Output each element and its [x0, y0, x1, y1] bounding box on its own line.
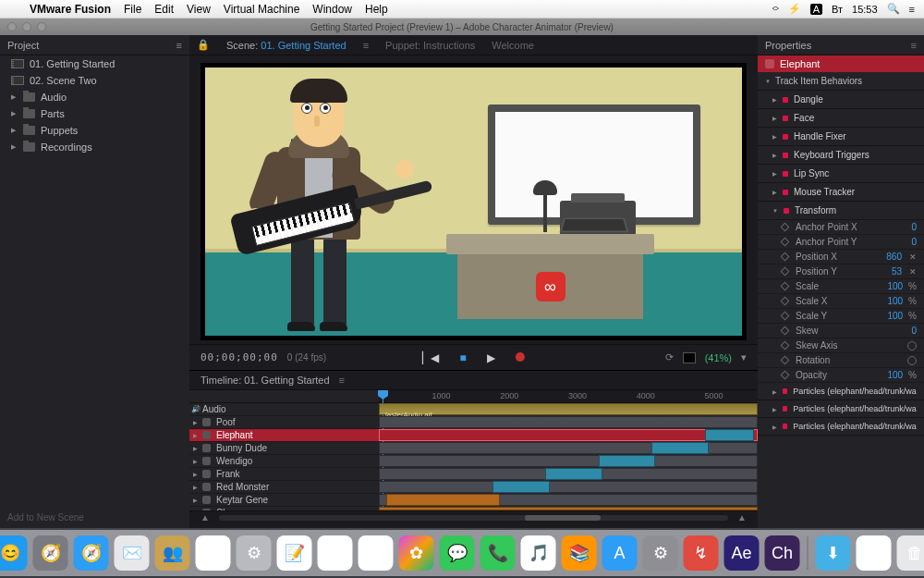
- dock-app-7[interactable]: 📝: [277, 535, 312, 571]
- zoom-out-icon[interactable]: ▲: [201, 512, 210, 523]
- clip-teal-1[interactable]: [651, 442, 709, 454]
- timeline-track-area[interactable]: 1000 2000 3000 4000 5000 lasterAudio.aif: [379, 390, 758, 510]
- behavior-enabled-icon[interactable]: [783, 116, 788, 121]
- dock-app-11[interactable]: 💬: [440, 535, 475, 571]
- behavior-enabled-icon[interactable]: [783, 153, 788, 158]
- keyframe-diamond-icon[interactable]: [781, 312, 790, 321]
- stopwatch-icon[interactable]: [907, 341, 917, 350]
- keyframe-diamond-icon[interactable]: [781, 326, 790, 336]
- scene-tab-menu-icon[interactable]: ≡: [363, 40, 369, 51]
- behavior-enabled-icon[interactable]: [783, 388, 787, 394]
- input-lang[interactable]: A: [810, 4, 822, 15]
- keyframe-diamond-icon[interactable]: [781, 282, 790, 291]
- prop-scale-y[interactable]: Scale Y100%: [758, 309, 924, 324]
- properties-panel-menu-icon[interactable]: ≡: [911, 40, 917, 51]
- lock-icon[interactable]: 🔒: [197, 39, 210, 51]
- timeline-ruler[interactable]: 1000 2000 3000 4000 5000: [379, 390, 758, 403]
- menu-help[interactable]: Help: [365, 3, 388, 16]
- keyframe-diamond-icon[interactable]: [781, 371, 790, 380]
- prop-skew[interactable]: Skew0: [758, 324, 924, 338]
- track-keytar-gene[interactable]: Keytar Gene: [189, 494, 379, 507]
- app-menu[interactable]: VMware Fusion: [30, 3, 111, 16]
- keytar-gene-puppet[interactable]: [240, 75, 402, 325]
- prop-value[interactable]: 100: [887, 281, 903, 291]
- prop-opacity[interactable]: Opacity100%: [758, 368, 924, 383]
- dock-right-0[interactable]: ⬇: [816, 535, 851, 571]
- particles-behavior[interactable]: Particles (elephant/head/trunk/water1): [758, 383, 924, 400]
- clip-poof[interactable]: [379, 416, 758, 428]
- clip-teal-5[interactable]: [705, 429, 754, 441]
- menu-edit[interactable]: Edit: [154, 3, 174, 16]
- clip-wendigo[interactable]: [379, 455, 758, 467]
- prop-position-x[interactable]: Position X860✕: [758, 250, 924, 264]
- behavior-face[interactable]: Face: [758, 109, 924, 128]
- dock-app-19[interactable]: Ch: [765, 535, 800, 571]
- audio-clip[interactable]: lasterAudio.aif: [379, 403, 758, 415]
- prop-value[interactable]: 100: [887, 311, 903, 321]
- clock-time[interactable]: 15:53: [852, 4, 878, 15]
- selected-object-row[interactable]: Elephant: [758, 55, 924, 72]
- zoom-dropdown-icon[interactable]: ▾: [741, 351, 747, 363]
- clip-teal-3[interactable]: [545, 468, 602, 480]
- dock-right-1[interactable]: ▭: [857, 535, 892, 571]
- behavior-enabled-icon[interactable]: [783, 97, 788, 103]
- timeline-scrollbar[interactable]: ▲ ▲: [189, 510, 758, 523]
- behavior-enabled-icon[interactable]: [783, 134, 788, 140]
- keyframe-diamond-icon[interactable]: [781, 297, 790, 306]
- dock-app-18[interactable]: Ae: [724, 535, 760, 571]
- clip-red-monster[interactable]: [379, 481, 758, 493]
- menu-extras-icon[interactable]: ≡: [909, 4, 915, 15]
- menu-file[interactable]: File: [124, 3, 141, 16]
- dock-app-2[interactable]: 🧭: [74, 535, 109, 571]
- prop-rotation[interactable]: Rotation: [758, 353, 924, 368]
- prop-scale[interactable]: Scale100%: [758, 279, 924, 294]
- track-audio[interactable]: Audio: [189, 403, 379, 416]
- clip-elephant[interactable]: [379, 429, 758, 441]
- goto-start-button[interactable]: ▏◀: [422, 351, 439, 364]
- dock-app-5[interactable]: 16: [196, 535, 231, 571]
- dock-app-14[interactable]: 📚: [562, 535, 597, 571]
- dock-app-10[interactable]: ✿: [399, 535, 434, 571]
- clock-day[interactable]: Вт: [832, 4, 843, 15]
- behavior-mouse-tracker[interactable]: Mouse Tracker: [758, 183, 924, 202]
- zoom-in-icon[interactable]: ▲: [737, 512, 747, 523]
- keyframe-diamond-icon[interactable]: [781, 267, 790, 277]
- reset-icon[interactable]: ✕: [909, 267, 917, 277]
- puppet-tab[interactable]: Puppet: Instructions: [385, 40, 475, 51]
- timecode-display[interactable]: 00;00;00;00: [201, 351, 278, 363]
- scrollbar-thumb[interactable]: [219, 515, 728, 521]
- dock-app-6[interactable]: ⚙: [237, 535, 272, 571]
- dock-app-3[interactable]: ✉️: [115, 535, 150, 571]
- behavior-enabled-icon[interactable]: [783, 406, 787, 412]
- dock-app-8[interactable]: 🖼: [318, 535, 353, 571]
- stopwatch-icon[interactable]: [907, 356, 917, 365]
- dock-app-15[interactable]: A: [602, 535, 638, 571]
- play-button[interactable]: ▶: [487, 351, 495, 364]
- menu-view[interactable]: View: [187, 3, 211, 16]
- keyframe-diamond-icon[interactable]: [781, 238, 790, 247]
- track-poof[interactable]: Poof: [189, 416, 379, 429]
- behavior-enabled-icon[interactable]: [783, 171, 788, 177]
- prop-value[interactable]: 0: [911, 326, 917, 336]
- color-swatch[interactable]: [683, 352, 696, 363]
- timeline-panel-menu-icon[interactable]: ≡: [339, 375, 345, 386]
- wifi-icon[interactable]: ⌔: [772, 4, 779, 15]
- track-frank[interactable]: Frank: [189, 468, 379, 481]
- behavior-enabled-icon[interactable]: [783, 190, 788, 195]
- track-red-monster[interactable]: Red Monster: [189, 481, 379, 494]
- particles-behavior[interactable]: Particles (elephant/head/trunk/water3): [758, 418, 924, 436]
- keyframe-diamond-icon[interactable]: [781, 223, 790, 232]
- prop-value[interactable]: 100: [887, 296, 903, 306]
- prop-scale-x[interactable]: Scale X100%: [758, 294, 924, 309]
- project-item-01-getting-started[interactable]: 01. Getting Started: [0, 55, 189, 72]
- behavior-lip-sync[interactable]: Lip Sync: [758, 165, 924, 183]
- track-bunny-dude[interactable]: Bunny Dude: [189, 442, 379, 455]
- prop-skew-axis[interactable]: Skew Axis: [758, 338, 924, 353]
- dock-app-16[interactable]: ⚙: [643, 535, 678, 571]
- prop-value[interactable]: 0: [911, 237, 917, 247]
- keyframe-diamond-icon[interactable]: [781, 356, 790, 365]
- zoom-level[interactable]: (41%): [705, 352, 732, 363]
- keyframe-diamond-icon[interactable]: [781, 341, 790, 350]
- prop-value[interactable]: 53: [892, 266, 902, 277]
- loop-button[interactable]: ⟳: [665, 351, 674, 363]
